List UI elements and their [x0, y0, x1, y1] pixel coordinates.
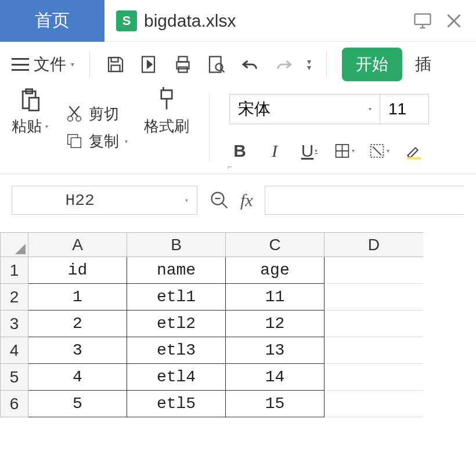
underline-button[interactable]: U▾ [299, 140, 320, 161]
copy-label: 复制 [89, 131, 119, 151]
cell[interactable]: 3 [28, 337, 127, 364]
cell[interactable] [324, 364, 423, 391]
print-preview-icon[interactable] [206, 54, 227, 75]
fill-color-button[interactable]: ▾ [369, 140, 390, 161]
row-header[interactable]: 6 [1, 391, 28, 417]
cell[interactable]: etl4 [127, 364, 226, 391]
svg-point-17 [68, 116, 73, 121]
divider [209, 93, 210, 162]
select-all-corner[interactable] [1, 233, 28, 257]
group-launcher-icon[interactable]: ⌐ [228, 162, 232, 171]
svg-rect-5 [111, 57, 118, 62]
redo-icon[interactable] [273, 54, 294, 75]
save-icon[interactable] [105, 54, 126, 75]
print-icon[interactable] [172, 54, 193, 75]
file-menu-label: 文件 [34, 53, 66, 75]
remote-screen-icon[interactable] [412, 10, 433, 31]
format-painter-label: 格式刷 [144, 116, 189, 136]
format-painter-button[interactable]: 格式刷 [144, 87, 189, 168]
borders-button[interactable]: ▾ [334, 140, 355, 161]
svg-rect-16 [29, 98, 39, 110]
svg-point-12 [216, 64, 223, 71]
tab-bar: 首页 S bigdata.xlsx [0, 0, 476, 42]
tab-file[interactable]: S bigdata.xlsx [104, 0, 247, 42]
highlight-button[interactable] [403, 140, 424, 161]
svg-line-13 [222, 70, 225, 73]
cell[interactable]: 14 [226, 364, 324, 391]
file-menu[interactable]: 文件 ▾ [12, 53, 74, 75]
row-header[interactable]: 2 [1, 284, 28, 311]
hamburger-icon [12, 58, 29, 71]
cell[interactable]: 5 [28, 391, 127, 417]
cell-reference-box[interactable]: H22 ▾ [12, 186, 197, 215]
cell[interactable]: 11 [226, 284, 324, 311]
svg-rect-0 [415, 14, 431, 24]
cell-reference-value: H22 [65, 192, 94, 210]
svg-rect-23 [161, 91, 172, 99]
cell[interactable]: etl5 [127, 391, 226, 417]
cell[interactable]: 15 [226, 391, 324, 417]
svg-rect-6 [111, 66, 120, 72]
svg-rect-10 [179, 67, 187, 73]
font-size-select[interactable]: 11 [380, 94, 429, 124]
svg-line-20 [70, 106, 78, 116]
font-size-value: 11 [388, 100, 406, 118]
zoom-out-icon[interactable] [209, 190, 230, 211]
cell[interactable]: etl1 [127, 284, 226, 311]
cell[interactable]: age [226, 257, 324, 284]
bold-button[interactable]: B [229, 140, 250, 161]
cell[interactable]: etl3 [127, 337, 226, 364]
svg-point-18 [76, 116, 81, 121]
cell[interactable]: 2 [28, 311, 127, 337]
ribbon-tab-start[interactable]: 开始 [342, 48, 402, 81]
cell[interactable]: 1 [28, 284, 127, 311]
spreadsheet-icon: S [116, 10, 137, 31]
formula-input[interactable] [265, 186, 464, 215]
svg-line-32 [222, 203, 228, 208]
close-icon[interactable] [443, 10, 464, 31]
copy-button[interactable]: 复制▾ [64, 131, 128, 151]
row-header[interactable]: 4 [1, 337, 28, 364]
formula-bar: H22 ▾ fx [0, 174, 476, 226]
paste-label: 粘贴 [12, 116, 42, 136]
divider [326, 52, 327, 77]
tab-home[interactable]: 首页 [0, 0, 104, 42]
font-name-select[interactable]: 宋体 ▾ [229, 94, 380, 124]
main-toolbar: 文件 ▾ ▾▾ 开始 插 [0, 42, 476, 87]
row-header[interactable]: 5 [1, 364, 28, 391]
fx-label[interactable]: fx [240, 190, 253, 210]
col-header-D[interactable]: D [324, 233, 423, 257]
cell[interactable] [324, 284, 423, 311]
cell[interactable]: 4 [28, 364, 127, 391]
cell[interactable]: 12 [226, 311, 324, 337]
svg-rect-30 [407, 157, 421, 159]
ribbon: 粘贴▾ 剪切 复制▾ 格式刷 宋体 ▾ 11 B I U▾ [0, 87, 476, 174]
col-header-A[interactable]: A [28, 233, 127, 257]
quick-access-dropdown[interactable]: ▾▾ [307, 59, 311, 70]
cell[interactable] [324, 337, 423, 364]
font-group: 宋体 ▾ 11 B I U▾ ▾ ▾ [229, 87, 429, 168]
col-header-B[interactable]: B [127, 233, 226, 257]
svg-line-19 [71, 106, 79, 116]
italic-button[interactable]: I [264, 140, 285, 161]
undo-icon[interactable] [240, 54, 261, 75]
row-header[interactable]: 1 [1, 257, 28, 284]
clipboard-group: 剪切 复制▾ [64, 87, 128, 168]
cell[interactable]: etl2 [127, 311, 226, 337]
cell[interactable] [324, 311, 423, 337]
cut-button[interactable]: 剪切 [64, 104, 128, 124]
spreadsheet-grid: A B C D 1 id name age 2 1 etl1 11 3 2 et… [0, 232, 423, 417]
paste-button[interactable]: 粘贴▾ [12, 87, 48, 168]
cell[interactable]: id [28, 257, 127, 284]
cell[interactable] [324, 257, 423, 284]
cut-label: 剪切 [89, 104, 119, 124]
export-pdf-icon[interactable] [139, 54, 160, 75]
row-header[interactable]: 3 [1, 311, 28, 337]
cell[interactable]: name [127, 257, 226, 284]
col-header-C[interactable]: C [226, 233, 324, 257]
ribbon-tab-insert[interactable]: 插 [415, 53, 431, 75]
cell[interactable] [324, 391, 423, 417]
cell[interactable]: 13 [226, 337, 324, 364]
font-name-value: 宋体 [238, 98, 271, 120]
svg-rect-22 [71, 138, 81, 147]
